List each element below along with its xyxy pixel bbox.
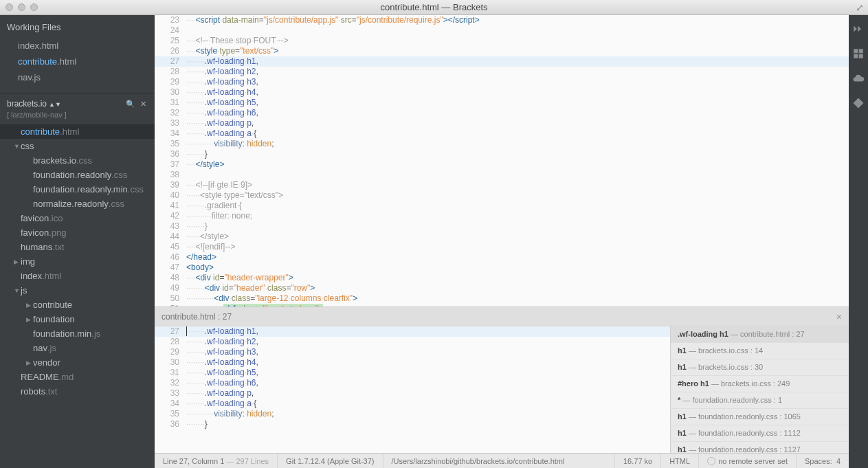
tree-item[interactable]: foundation.min.js xyxy=(0,326,155,341)
titlebar: contribute.html — Brackets ⤢ xyxy=(0,0,868,15)
tree-item[interactable]: favicon.png xyxy=(0,225,155,240)
tree-item[interactable]: ▶img xyxy=(0,254,155,269)
tree-item[interactable]: robots.txt xyxy=(0,384,155,399)
working-file-item[interactable]: index.html xyxy=(0,38,155,54)
close-project-button[interactable]: ✕ xyxy=(137,98,149,109)
related-rule-item[interactable]: h1 — foundation.readonly.css : 1112 xyxy=(671,425,849,442)
status-spaces[interactable]: Spaces: 4 xyxy=(797,454,849,468)
status-git[interactable]: Git 1.7.12.4 (Apple Git-37) xyxy=(278,454,383,468)
status-bar: Line 27, Column 1 — 297 Lines Git 1.7.12… xyxy=(155,453,849,468)
status-server[interactable]: no remote server set xyxy=(699,454,797,468)
inline-code-editor[interactable]: 27········.wf-loading·h1,28········.wf-l… xyxy=(155,326,670,453)
tree-item[interactable]: foundation.readonly.min.css xyxy=(0,182,155,197)
extension-manager-icon[interactable] xyxy=(852,47,865,60)
close-window-button[interactable] xyxy=(5,3,13,11)
tree-item[interactable]: favicon.ico xyxy=(0,211,155,225)
zoom-window-button[interactable] xyxy=(30,3,38,11)
extension-rail xyxy=(849,15,868,468)
status-filesize: 16.77 ko xyxy=(615,454,661,468)
related-rule-item[interactable]: h1 — foundation.readonly.css : 1127 xyxy=(671,442,849,453)
sidebar: Working Files index.htmlcontribute.htmln… xyxy=(0,15,155,468)
status-language[interactable]: HTML xyxy=(661,454,699,468)
tree-item[interactable]: ▶vendor xyxy=(0,355,155,370)
status-cursor[interactable]: Line 27, Column 1 — 297 Lines xyxy=(155,454,278,468)
tree-item[interactable]: foundation.readonly.css xyxy=(0,168,155,182)
related-rule-item[interactable]: .wf-loading h1 — contribute.html : 27 xyxy=(671,326,849,343)
cloud-icon[interactable] xyxy=(852,71,865,85)
window-title: contribute.html — Brackets xyxy=(380,2,487,12)
tree-item[interactable]: brackets.io.css xyxy=(0,153,155,168)
inline-editor-header: contribute.html : 27 × xyxy=(155,307,849,326)
tree-item[interactable]: ▶contribute xyxy=(0,298,155,312)
related-rule-item[interactable]: h1 — brackets.io.css : 14 xyxy=(671,343,849,359)
tree-item[interactable]: ▶foundation xyxy=(0,312,155,326)
working-file-item[interactable]: contribute.html xyxy=(0,54,155,69)
related-rule-item[interactable]: h1 — brackets.io.css : 30 xyxy=(671,359,849,376)
find-in-project-button[interactable]: 🔍 xyxy=(124,98,137,109)
live-preview-icon[interactable] xyxy=(852,22,865,36)
tree-item[interactable]: ▼css xyxy=(0,139,155,153)
project-dropdown[interactable]: brackets.io▲▼ xyxy=(7,99,124,109)
deploy-icon[interactable] xyxy=(852,96,865,110)
code-editor[interactable]: 23····<script·data-main="js/contribute/a… xyxy=(155,15,849,307)
tree-item[interactable]: contribute.html xyxy=(0,124,155,139)
inline-editor-title: contribute.html : 27 xyxy=(162,312,232,322)
tree-item[interactable]: index.html xyxy=(0,269,155,283)
tree-item[interactable]: ▼js xyxy=(0,283,155,298)
minimize-window-button[interactable] xyxy=(18,3,25,11)
tree-item[interactable]: normalize.readonly.css xyxy=(0,197,155,211)
related-rule-item[interactable]: #hero h1 — brackets.io.css : 249 xyxy=(671,376,849,392)
related-rule-item[interactable]: * — foundation.readonly.css : 1 xyxy=(671,392,849,409)
close-inline-editor-button[interactable]: × xyxy=(836,311,842,322)
working-file-item[interactable]: nav.js xyxy=(0,69,155,85)
working-files-list: index.htmlcontribute.htmlnav.js xyxy=(0,38,155,93)
tree-item[interactable]: humans.txt xyxy=(0,240,155,254)
working-files-heading: Working Files xyxy=(0,15,155,38)
status-path: /Users/larzshinobi/github/brackets.io/co… xyxy=(383,454,615,468)
related-rule-item[interactable]: h1 — foundation.readonly.css : 1065 xyxy=(671,409,849,425)
file-tree: contribute.html▼cssbrackets.io.cssfounda… xyxy=(0,124,155,468)
tree-item[interactable]: nav.js xyxy=(0,341,155,355)
tree-item[interactable]: README.md xyxy=(0,370,155,384)
related-rules-panel: .wf-loading h1 — contribute.html : 27h1 … xyxy=(670,326,849,453)
git-branch-label[interactable]: [ larz/mobile-nav ] xyxy=(0,111,155,124)
fullscreen-icon[interactable]: ⤢ xyxy=(856,2,864,13)
